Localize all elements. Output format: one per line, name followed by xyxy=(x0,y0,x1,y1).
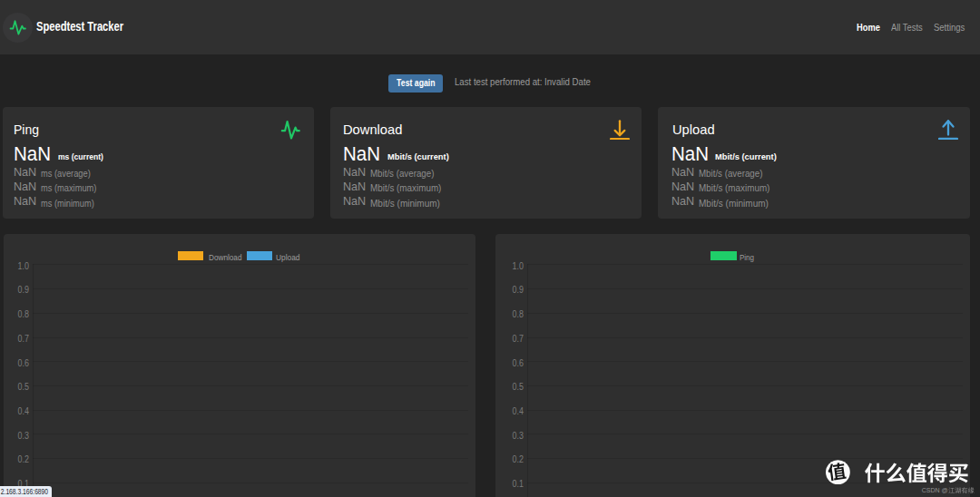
svg-text:CSDN @: CSDN @ xyxy=(922,487,948,493)
